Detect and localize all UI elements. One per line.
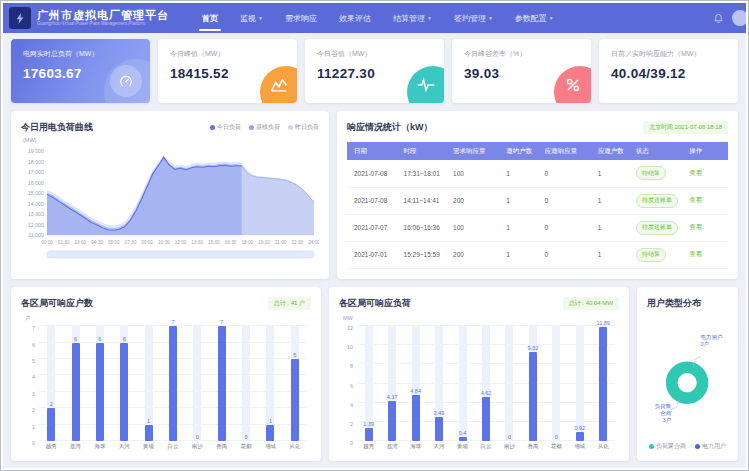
app-subtitle: Guangzhou Virtual Power Plant Management… <box>37 22 169 27</box>
bar-track <box>505 325 513 441</box>
dashboard: 电网实时总负荷（MW）17603.67今日峰值（MW）18415.52今日谷值（… <box>3 33 746 468</box>
x-axis-tick: 07:30 <box>125 240 137 245</box>
bar-column-荔湾: 4.17 <box>380 325 403 441</box>
table-cell: 100 <box>446 160 499 187</box>
user-type-legend: 负荷聚合商电力用户 <box>647 439 728 453</box>
y-tick-label: 3 <box>21 391 35 397</box>
nav-item-参数配置[interactable]: 参数配置▼ <box>504 3 565 33</box>
nav-item-label: 首页 <box>202 13 218 24</box>
table-cell: 17:31~18:01 <box>397 160 447 187</box>
bar <box>120 343 128 441</box>
legend-dot <box>210 125 215 130</box>
bar-track <box>459 325 467 441</box>
bar-value-label: 9.32 <box>528 345 539 351</box>
district-load-title: 各区局可响应负荷 <box>339 297 411 310</box>
legend-dot <box>288 125 293 130</box>
nav-item-label: 需求响应 <box>285 13 317 24</box>
table-row: 2021-07-0817:31~18:01100101待结算查看 <box>347 160 728 187</box>
x-category-label: 黄埔 <box>451 443 474 453</box>
table-row: 2021-07-0814:11~14:41200101待发送账单查看 <box>347 187 728 214</box>
legend-item-昨日负荷[interactable]: 昨日负荷 <box>288 123 319 132</box>
panel-district-load: 各区局可响应负荷 总计 : 40.04 MW MW 0246810121.394… <box>329 287 629 461</box>
series-area-今日负荷 <box>47 157 242 235</box>
legend-item-基线负荷[interactable]: 基线负荷 <box>249 123 280 132</box>
bar-column-海珠: 4.84 <box>404 325 427 441</box>
bar-column-黄埔: 0.4 <box>451 325 474 441</box>
nav-item-需求响应[interactable]: 需求响应 <box>274 3 328 33</box>
x-category-label: 增城 <box>568 443 591 453</box>
nav-item-签约管理[interactable]: 签约管理▼ <box>443 3 504 33</box>
table-cell-status: 待发送账单 <box>629 214 682 241</box>
table-header-row: 日期时段需求响应量邀约户数应邀响应量应邀户数状态操作 <box>347 142 728 160</box>
table-cell-status: 待结算 <box>629 241 682 268</box>
column-header: 时段 <box>397 142 447 160</box>
table-cell: 100 <box>446 214 499 241</box>
panel-district-households: 各区局可响应户数 总计 : 41 户 户 0123456726661707015… <box>11 287 321 461</box>
bar-value-label: 1 <box>269 418 272 424</box>
district-households-xaxis: 越秀荔湾海珠天河黄埔白云南沙番禺花都增城从化 <box>39 443 307 453</box>
table-cell: 0 <box>537 241 590 268</box>
x-category-label: 白云 <box>161 443 185 453</box>
table-row: 2021-07-0115:29~15:59200101待结算查看 <box>347 241 728 268</box>
kpi-title: 今日峰谷差率（%） <box>464 49 591 59</box>
main-nav: 首页监视▼需求响应效果评估结算管理▼签约管理▼参数配置▼ <box>191 3 565 33</box>
load-curve-legend: 今日负荷基线负荷昨日负荷 <box>210 123 319 132</box>
bar-value-label: 1 <box>147 418 150 424</box>
bar-column-从化: 5 <box>283 325 307 441</box>
status-badge: 待结算 <box>636 248 666 262</box>
x-category-label: 南沙 <box>498 443 521 453</box>
nav-item-结算管理[interactable]: 结算管理▼ <box>382 3 443 33</box>
nav-item-首页[interactable]: 首页 <box>191 3 229 33</box>
bar-column-南沙: 0 <box>498 325 521 441</box>
bar-column-越秀: 1.39 <box>357 325 380 441</box>
donut-label-aggregator: 负荷聚合商 3户 <box>650 403 671 424</box>
bar <box>482 397 490 441</box>
nav-item-效果评估[interactable]: 效果评估 <box>328 3 382 33</box>
view-link[interactable]: 查看 <box>689 223 702 230</box>
x-axis-tick: 24:00 <box>308 240 319 245</box>
y-tick-label: 2 <box>21 407 35 413</box>
column-header: 操作 <box>682 142 728 160</box>
y-tick-label: 2 <box>339 421 353 427</box>
chevron-down-icon: ▼ <box>427 15 432 21</box>
x-axis-tick: 18:00 <box>241 240 253 245</box>
bar <box>365 428 373 441</box>
y-axis-tick: 15,000 <box>28 190 44 196</box>
chevron-down-icon: ▼ <box>488 15 493 21</box>
y-tick-label: 1 <box>21 424 35 430</box>
bar <box>459 437 467 441</box>
datazoom-scrollbar[interactable] <box>47 251 314 258</box>
view-link[interactable]: 查看 <box>689 196 702 203</box>
bar <box>388 401 396 441</box>
y-axis-tick: 16,000 <box>28 180 44 186</box>
user-avatar[interactable] <box>732 10 746 26</box>
bell-icon[interactable] <box>713 13 724 24</box>
kpi-card-2: 今日谷值（MW）11227.30 <box>305 39 444 103</box>
view-link[interactable]: 查看 <box>689 250 702 257</box>
x-axis-tick: 09:00 <box>141 240 153 245</box>
bar-column-从化: 11.89 <box>592 325 615 441</box>
x-category-label: 海珠 <box>88 443 112 453</box>
table-cell: 15:29~15:59 <box>397 241 447 268</box>
app-title: 广州市虚拟电厂管理平台 <box>37 9 169 21</box>
kpi-card-0: 电网实时总负荷（MW）17603.67 <box>11 39 150 103</box>
table-cell: 14:11~14:41 <box>397 187 447 214</box>
donut-legend-item-电力用户[interactable]: 电力用户 <box>695 442 726 451</box>
table-cell: 1 <box>591 160 629 187</box>
x-axis-tick: 10:30 <box>158 240 170 245</box>
legend-item-今日负荷[interactable]: 今日负荷 <box>210 123 241 132</box>
x-category-label: 花都 <box>234 443 258 453</box>
bar <box>412 395 420 441</box>
x-axis-tick: 22:30 <box>291 240 303 245</box>
bar-value-label: 0 <box>196 434 199 440</box>
table-cell: 1 <box>591 241 629 268</box>
table-cell: 16:06~16:36 <box>397 214 447 241</box>
view-link[interactable]: 查看 <box>689 169 702 176</box>
table-cell: 2021-07-08 <box>347 160 397 187</box>
donut-legend-item-负荷聚合商[interactable]: 负荷聚合商 <box>649 442 686 451</box>
table-cell: 0 <box>537 160 590 187</box>
kpi-row: 电网实时总负荷（MW）17603.67今日峰值（MW）18415.52今日谷值（… <box>11 39 738 103</box>
nav-item-监视[interactable]: 监视▼ <box>229 3 274 33</box>
panel-response-stats: 响应情况统计（kW） 北京时间 2021-07-08 18:18 日期时段需求响… <box>337 111 738 279</box>
bar-column-番禺: 9.32 <box>521 325 544 441</box>
